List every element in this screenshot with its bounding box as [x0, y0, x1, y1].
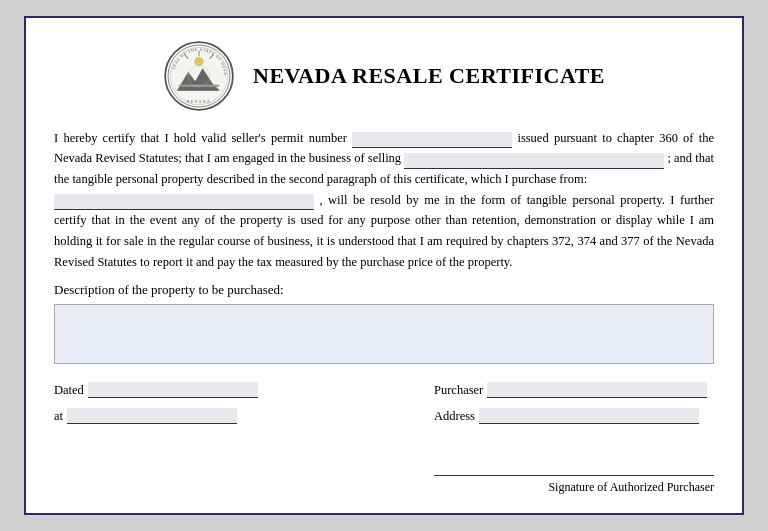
body-paragraph: I hereby certify that I hold valid selle… — [54, 128, 714, 272]
property-source-field[interactable] — [54, 194, 314, 210]
certificate: SEAL OF THE STATE OF NEVADA NEVADA NEVAD… — [24, 16, 744, 515]
purchaser-label: Purchaser — [434, 383, 483, 398]
at-line: at — [54, 408, 258, 424]
dated-field[interactable] — [88, 382, 258, 398]
description-label: Description of the property to be purcha… — [54, 282, 714, 298]
svg-point-7 — [195, 57, 204, 66]
address-line: Address — [434, 408, 699, 424]
header: SEAL OF THE STATE OF NEVADA NEVADA NEVAD… — [54, 40, 714, 112]
description-input-box[interactable] — [54, 304, 714, 364]
permit-number-field[interactable] — [352, 132, 512, 148]
body-text-1: I hereby certify that I hold valid selle… — [54, 131, 347, 145]
svg-text:NEVADA: NEVADA — [187, 99, 212, 104]
signature-label: Signature of Authorized Purchaser — [548, 480, 714, 495]
address-field[interactable] — [479, 408, 699, 424]
business-type-field[interactable] — [404, 153, 664, 169]
svg-rect-8 — [179, 84, 219, 86]
nevada-seal-icon: SEAL OF THE STATE OF NEVADA NEVADA — [163, 40, 235, 112]
at-label: at — [54, 409, 63, 424]
purchaser-field[interactable] — [487, 382, 707, 398]
dated-line: Dated — [54, 382, 258, 398]
page-title: NEVADA RESALE CERTIFICATE — [253, 63, 605, 89]
signature-area: Signature of Authorized Purchaser — [434, 448, 714, 495]
purchaser-line: Purchaser — [434, 382, 707, 398]
left-fields: Dated at — [54, 382, 258, 424]
right-fields: Purchaser Address Signature of Authorize… — [434, 382, 714, 495]
bottom-row: Dated at Purchaser Address Signature of … — [54, 382, 714, 495]
dated-label: Dated — [54, 383, 84, 398]
address-label: Address — [434, 409, 475, 424]
at-field[interactable] — [67, 408, 237, 424]
signature-line[interactable] — [434, 448, 714, 476]
